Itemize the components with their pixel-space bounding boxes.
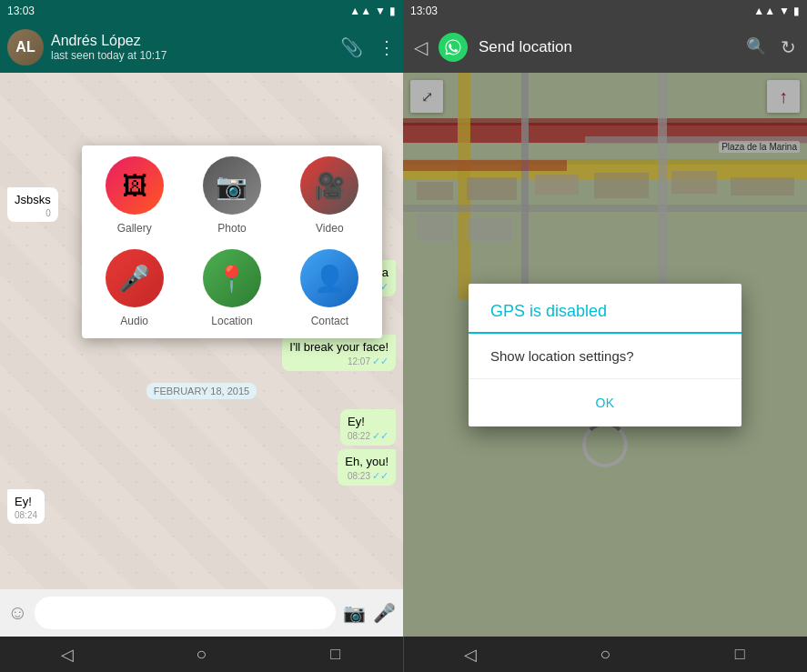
attach-contact[interactable]: 👤 Contact [288,249,371,327]
message-sent-ey: Ey! 08:22 ✓✓ [340,409,396,446]
contact-info: Andrés López last seen today at 10:17 [51,33,333,62]
message-input[interactable] [35,597,336,629]
right-back-button[interactable] [452,637,489,672]
left-back-button[interactable] [49,637,86,672]
gallery-icon: 🖼 [106,156,164,215]
message-meta: 0 [15,208,51,218]
attachment-menu: 🖼 Gallery 📷 Photo 🎥 Video 🎤 Audio 📍 [82,145,382,338]
left-home-button[interactable] [183,637,219,672]
message-time: 08:22 [348,431,370,441]
wifi-icon-right: ▼ [779,5,790,17]
message-sent-ehyou: Eh, you! 08:23 ✓✓ [338,449,396,486]
chat-header: AL Andrés López last seen today at 10:17… [0,22,403,73]
refresh-icon[interactable]: ↻ [781,36,796,58]
back-icon[interactable]: ◁ [414,36,428,58]
location-label: Location [211,315,252,327]
status-icons-left: ▲▲ ▼ ▮ [349,5,396,17]
status-time-left: 13:03 [7,5,35,17]
header-actions: 📎 ⋮ [340,36,396,58]
bottom-nav [0,637,807,672]
message-meta: 12:07 ✓✓ [289,356,388,367]
left-recent-button[interactable] [318,637,354,672]
chat-area: 🖼 Gallery 📷 Photo 🎥 Video 🎤 Audio 📍 [0,73,403,589]
message-ticks: ✓✓ [372,430,388,442]
contact-status: last seen today at 10:17 [51,49,333,62]
dialog-actions: OK [469,378,741,426]
location-icon: 📍 [203,249,261,307]
message-time: 08:24 [15,510,37,520]
camera-button[interactable]: 📷 [343,602,366,624]
attach-photo[interactable]: 📷 Photo [190,156,273,235]
gps-dialog-overlay: GPS is disabled Show location settings? … [403,73,807,637]
battery-icon: ▮ [389,5,396,17]
more-icon[interactable]: ⋮ [378,36,396,58]
right-recent-button[interactable] [721,637,758,672]
message-meta: 08:23 ✓✓ [345,470,388,482]
video-label: Video [316,222,343,235]
left-nav [0,637,403,672]
attach-icon[interactable]: 📎 [340,36,363,58]
message-received-ey: Ey! 08:24 [7,489,45,524]
message-meta: 08:24 [15,510,37,520]
attach-video[interactable]: 🎥 Video [288,156,371,235]
gallery-label: Gallery [117,222,152,235]
signal-icon: ▲▲ [349,5,371,17]
dialog-title: GPS is disabled [469,284,741,334]
message-meta: 08:22 ✓✓ [348,430,388,442]
map-area: Plaza de la Marina ⤢ ↑ GPS is disabled S… [403,73,807,637]
status-bar-left: 13:03 ▲▲ ▼ ▮ [0,0,403,22]
header-right-actions: 🔍 ↻ [746,36,796,58]
attach-audio[interactable]: 🎤 Audio [93,249,176,327]
message-text: Ey! [15,495,32,508]
signal-icon-right: ▲▲ [753,5,775,17]
message-ticks: ✓✓ [372,470,388,482]
contact-name: Andrés López [51,33,333,49]
avatar-image: AL [7,29,44,65]
left-panel: 13:03 ▲▲ ▼ ▮ AL Andrés López last seen t… [0,0,403,637]
mic-button[interactable]: 🎤 [373,602,396,624]
photo-label: Photo [217,222,246,235]
message-text: Eh, you! [345,455,388,468]
message-text: Ey! [348,415,365,428]
message-ticks: ✓✓ [372,356,388,367]
message-text: Jsbsks [15,193,51,206]
battery-icon-right: ▮ [793,5,800,17]
message-sent-face: I'll break your face! 12:07 ✓✓ [282,335,396,371]
video-icon: 🎥 [300,156,358,215]
emoji-button[interactable]: ☺ [7,601,27,625]
message-time: 12:07 [348,356,370,366]
gps-dialog: GPS is disabled Show location settings? … [469,284,741,426]
dialog-content: Show location settings? [469,334,741,378]
contact-label: Contact [311,315,348,327]
audio-label: Audio [120,315,148,327]
photo-icon: 📷 [203,156,261,215]
wifi-icon: ▼ [375,5,386,17]
status-bar-right: 13:03 ▲▲ ▼ ▮ [403,0,807,22]
attach-gallery[interactable]: 🖼 Gallery [93,156,176,235]
status-icons-right: ▲▲ ▼ ▮ [753,5,800,17]
search-icon[interactable]: 🔍 [746,36,766,58]
send-location-title: Send location [479,38,735,56]
whatsapp-logo [439,33,468,62]
input-bar: ☺ 📷 🎤 [0,589,403,637]
message-received-jsbsks: Jsbsks 0 [7,187,58,222]
dialog-ok-button[interactable]: OK [573,386,636,419]
status-time-right: 13:03 [410,5,438,17]
right-panel: 13:03 ▲▲ ▼ ▮ ◁ Send location 🔍 ↻ [403,0,807,637]
audio-icon: 🎤 [106,249,164,307]
avatar[interactable]: AL [7,29,44,65]
right-nav [404,637,808,672]
send-location-header: ◁ Send location 🔍 ↻ [403,22,807,73]
message-text: I'll break your face! [289,340,388,354]
message-time: 0 [45,208,51,218]
attach-location[interactable]: 📍 Location [190,249,273,327]
contact-icon: 👤 [300,249,358,307]
message-time: 08:23 [348,471,370,481]
right-home-button[interactable] [587,637,623,672]
